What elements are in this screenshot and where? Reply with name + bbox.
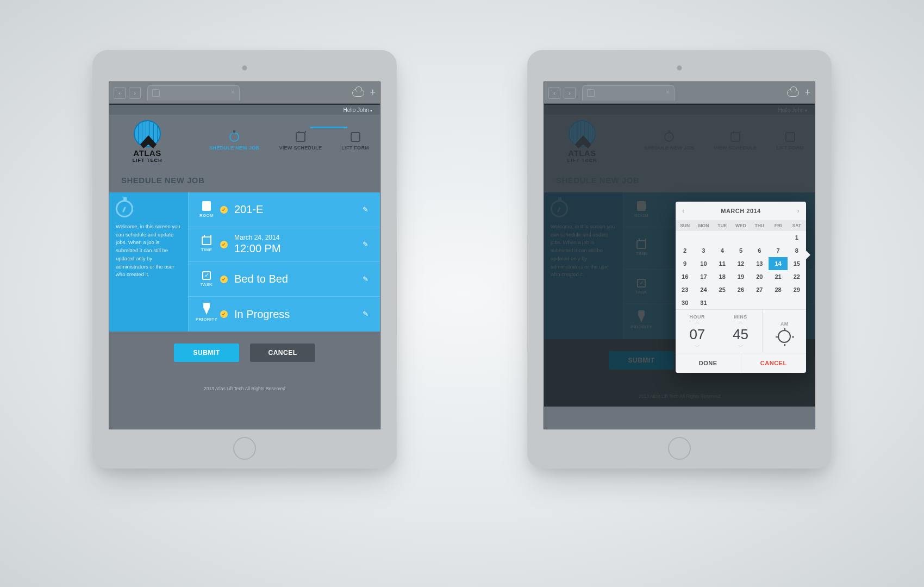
dow-cell: TUE	[713, 220, 732, 231]
row-label: PRIORITY	[196, 317, 217, 322]
new-tab-button[interactable]: +	[370, 87, 376, 98]
day-cell[interactable]: 4	[713, 244, 732, 257]
nav-label: SHEDULE NEW JOB	[209, 145, 259, 151]
mins-up-button[interactable]: ︿	[719, 320, 763, 325]
screen: ‹ › + Hello John ATLAS LIFT TECH	[544, 82, 815, 429]
day-blank: .	[676, 231, 694, 244]
form-rows: ROOM ✓ 201-E ✎ TIME ✓ March 24, 20	[188, 192, 380, 332]
nav-view-schedule[interactable]: VIEW SCHEDULE	[279, 132, 322, 151]
browser-tab[interactable]	[582, 85, 675, 101]
timer-icon	[229, 132, 239, 142]
edit-icon[interactable]: ✎	[363, 205, 371, 214]
app-header: ATLAS LIFT TECH SHEDULE NEW JOB VIEW SCH…	[109, 115, 380, 174]
edit-icon[interactable]: ✎	[363, 310, 371, 319]
day-cell[interactable]: 7	[769, 244, 787, 257]
main-nav: SHEDULE NEW JOB VIEW SCHEDULE LIFT FORM	[174, 120, 369, 151]
cloud-icon[interactable]	[352, 89, 364, 97]
submit-button[interactable]: SUBMIT	[174, 344, 239, 362]
mins-down-button[interactable]: ﹀	[719, 344, 763, 349]
nav-schedule-new[interactable]: SHEDULE NEW JOB	[209, 132, 259, 151]
dow-cell: FRI	[769, 220, 787, 231]
row-label: TIME	[201, 247, 212, 252]
day-cell[interactable]: 30	[676, 296, 694, 309]
day-cell[interactable]: 21	[769, 270, 787, 283]
dow-cell: THU	[750, 220, 769, 231]
picker-cancel-button[interactable]: CANCEL	[741, 353, 807, 373]
hour-column: HOUR ︿ 07 ﹀	[676, 310, 719, 353]
day-cell[interactable]: 26	[732, 283, 750, 296]
day-blank: .	[750, 231, 769, 244]
edit-icon[interactable]: ✎	[363, 275, 371, 284]
back-button[interactable]: ‹	[548, 87, 560, 99]
day-cell[interactable]: 2	[676, 244, 694, 257]
picker-done-button[interactable]: DONE	[676, 353, 741, 373]
day-cell[interactable]: 9	[676, 257, 694, 270]
cancel-button[interactable]: CANCEL	[250, 344, 315, 362]
picker-month: MARCH 2014	[721, 208, 760, 214]
home-button[interactable]	[233, 437, 256, 460]
prev-month-button[interactable]: ‹	[682, 207, 685, 215]
day-cell[interactable]: 24	[694, 283, 713, 296]
day-cell[interactable]: 28	[769, 283, 787, 296]
forward-button[interactable]: ›	[129, 87, 141, 99]
row-label: ROOM	[199, 213, 214, 218]
day-cell[interactable]: 22	[788, 270, 806, 283]
day-cell[interactable]: 5	[732, 244, 750, 257]
day-cell[interactable]: 18	[713, 270, 732, 283]
row-room[interactable]: ROOM ✓ 201-E ✎	[188, 192, 380, 227]
day-cell[interactable]: 17	[694, 270, 713, 283]
next-month-button[interactable]: ›	[797, 207, 800, 215]
nav-lift-form[interactable]: LIFT FORM	[341, 132, 369, 151]
dow-cell: SUN	[676, 220, 694, 231]
globe-icon	[134, 120, 161, 147]
day-cell[interactable]: 8	[788, 244, 806, 257]
day-cell[interactable]: 14	[769, 257, 787, 270]
day-cell[interactable]: 12	[732, 257, 750, 270]
day-cell[interactable]: 10	[694, 257, 713, 270]
user-greeting[interactable]: Hello John	[344, 107, 373, 113]
day-cell[interactable]: 13	[750, 257, 769, 270]
clipboard-icon	[351, 132, 360, 142]
room-value: 201-E	[234, 203, 363, 216]
day-cell[interactable]: 23	[676, 283, 694, 296]
browser-tabbar	[582, 85, 784, 101]
row-time[interactable]: TIME ✓ March 24, 2014 12:00 PM ✎	[188, 227, 380, 262]
day-cell[interactable]: 25	[713, 283, 732, 296]
day-cell[interactable]: 27	[750, 283, 769, 296]
day-cell[interactable]: 20	[750, 270, 769, 283]
form-actions: SUBMIT CANCEL	[109, 332, 380, 378]
browser-tab[interactable]	[147, 85, 240, 101]
cloud-icon[interactable]	[787, 89, 799, 97]
hour-up-button[interactable]: ︿	[676, 320, 719, 325]
home-button[interactable]	[668, 437, 691, 460]
day-cell[interactable]: 1	[788, 231, 806, 244]
help-text: Welcome, in this screen you can schedule…	[116, 223, 182, 279]
forward-button[interactable]: ›	[564, 87, 576, 99]
ampm-column[interactable]: AM	[762, 310, 806, 353]
hour-down-button[interactable]: ﹀	[676, 344, 719, 349]
calendar-icon	[202, 236, 211, 245]
day-cell[interactable]: 6	[750, 244, 769, 257]
new-tab-button[interactable]: +	[804, 87, 810, 98]
day-cell[interactable]: 19	[732, 270, 750, 283]
app: Hello John ATLAS LIFT TECH SHEDULE NEW J…	[109, 104, 380, 399]
back-button[interactable]: ‹	[114, 87, 126, 99]
priority-value: In Progress	[234, 308, 363, 321]
calendar-days: ......1234567891011121314151617181920212…	[676, 231, 806, 309]
edit-icon[interactable]: ✎	[363, 240, 371, 249]
row-task[interactable]: TASK ✓ Bed to Bed ✎	[188, 262, 380, 297]
row-priority[interactable]: PRIORITY ✓ In Progress ✎	[188, 297, 380, 332]
day-cell[interactable]: 31	[694, 296, 713, 309]
browser-tabbar	[147, 85, 349, 101]
ampm-label: AM	[781, 321, 789, 327]
day-cell[interactable]: 11	[713, 257, 732, 270]
calendar-icon	[296, 132, 305, 142]
screen: ‹ › + Hello John ATLAS LIFT TECH	[109, 82, 380, 429]
check-icon: ✓	[220, 241, 228, 248]
day-blank: .	[769, 231, 787, 244]
day-cell[interactable]: 29	[788, 283, 806, 296]
day-cell[interactable]: 3	[694, 244, 713, 257]
check-icon: ✓	[220, 206, 228, 214]
day-cell[interactable]: 15	[788, 257, 806, 270]
day-cell[interactable]: 16	[676, 270, 694, 283]
